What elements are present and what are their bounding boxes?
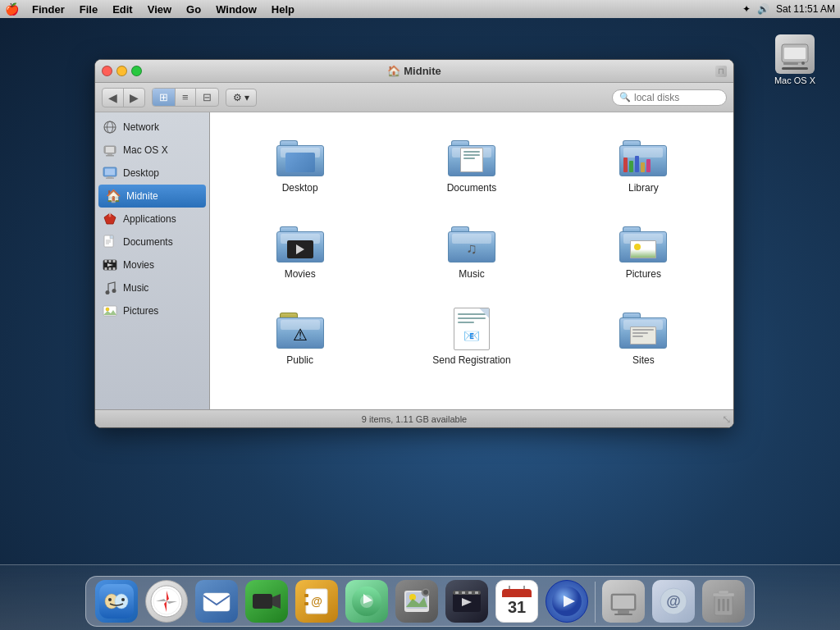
- sidebar-item-music[interactable]: Music: [95, 276, 209, 299]
- forward-button[interactable]: ▶: [123, 89, 144, 107]
- list-item[interactable]: Desktop: [226, 129, 373, 199]
- search-box[interactable]: 🔍: [612, 89, 727, 106]
- dock-item-system[interactable]: [600, 580, 647, 623]
- dock-item-facetime[interactable]: [243, 580, 290, 623]
- dock-item-mail[interactable]: [193, 580, 240, 623]
- file-label: Public: [286, 354, 313, 366]
- list-item[interactable]: ♫ Music: [398, 215, 545, 285]
- file-label: Documents: [447, 182, 497, 194]
- sidebar-label-movies: Movies: [123, 259, 154, 271]
- itunes-icon: [345, 580, 388, 623]
- action-button[interactable]: ⚙ ▾: [226, 89, 257, 107]
- dock-inner: @: [85, 576, 755, 627]
- window-title: 🏠 Midnite: [387, 65, 441, 77]
- svg-rect-85: [723, 599, 725, 611]
- menu-go[interactable]: Go: [180, 2, 208, 17]
- music-icon: [102, 280, 118, 296]
- menu-help[interactable]: Help: [265, 2, 301, 17]
- iphoto-icon: [395, 580, 438, 623]
- volume-icon: 🔊: [757, 3, 769, 15]
- sidebar-item-pictures[interactable]: Pictures: [95, 299, 209, 322]
- view-icon-button[interactable]: ⊞: [153, 89, 176, 106]
- desktop-folder-icon: [276, 134, 325, 179]
- menu-window[interactable]: Window: [209, 2, 263, 17]
- list-item[interactable]: 📧 Send Registration: [398, 301, 545, 371]
- svg-rect-88: [719, 591, 728, 594]
- back-button[interactable]: ◀: [103, 89, 123, 107]
- public-folder-icon: ⚠: [276, 306, 325, 351]
- dock-item-itunes[interactable]: [343, 580, 390, 623]
- svg-rect-48: [253, 594, 272, 609]
- desktop: Mac OS X 🏠 Midnite ⊓ ◀ ▶ ⊞ ≡: [0, 18, 840, 630]
- midnite-icon: 🏠: [105, 188, 121, 204]
- list-item[interactable]: Movies: [226, 215, 373, 285]
- movies-folder-icon: [276, 220, 325, 265]
- finder-window: 🏠 Midnite ⊓ ◀ ▶ ⊞ ≡ ⊟ ⚙ ▾ 🔍: [94, 59, 734, 428]
- svg-rect-78: [613, 596, 634, 609]
- dock-item-quicktime[interactable]: [543, 580, 591, 623]
- sidebar-item-documents[interactable]: Documents: [95, 231, 209, 253]
- minimize-button[interactable]: [116, 66, 127, 76]
- menu-view[interactable]: View: [141, 2, 178, 17]
- list-item[interactable]: Documents: [398, 129, 545, 199]
- menu-finder[interactable]: Finder: [25, 2, 71, 17]
- svg-point-31: [106, 290, 110, 294]
- dock-item-addressbook[interactable]: @: [293, 580, 340, 623]
- svg-rect-47: [203, 593, 230, 611]
- menu-edit[interactable]: Edit: [106, 2, 139, 17]
- nav-buttons: ◀ ▶: [102, 88, 145, 107]
- dock-item-ical[interactable]: 31: [493, 580, 541, 623]
- resize-button[interactable]: ⊓: [715, 66, 727, 77]
- svg-point-17: [109, 215, 112, 217]
- list-item[interactable]: ⚠ Public: [226, 301, 373, 371]
- list-item[interactable]: Sites: [570, 301, 717, 371]
- file-label: Send Registration: [432, 354, 510, 366]
- file-label: Sites: [632, 354, 655, 366]
- svg-rect-25: [109, 260, 112, 262]
- sidebar-item-midnite[interactable]: 🏠 Midnite: [98, 185, 206, 208]
- search-input[interactable]: [634, 92, 719, 103]
- dock-item-mailcom[interactable]: @: [650, 580, 697, 623]
- pictures-icon: [102, 303, 118, 319]
- close-button[interactable]: [102, 66, 112, 76]
- view-column-button[interactable]: ⊟: [196, 89, 218, 106]
- window-title-text: Midnite: [404, 65, 441, 77]
- svg-text:@: @: [311, 595, 322, 608]
- file-label: Movies: [285, 268, 316, 280]
- facetime-icon: [245, 580, 288, 623]
- sidebar-item-desktop[interactable]: Desktop: [95, 162, 209, 185]
- svg-rect-67: [475, 591, 478, 594]
- svg-marker-49: [272, 594, 281, 609]
- movies-icon: [102, 257, 118, 273]
- maximize-button[interactable]: [131, 66, 142, 76]
- documents-folder-icon: [447, 134, 496, 179]
- sidebar-label-music: Music: [123, 282, 148, 294]
- resize-grip[interactable]: ⤡: [722, 413, 732, 426]
- svg-rect-86: [727, 599, 729, 611]
- dock-item-finder[interactable]: [93, 580, 140, 623]
- content-area: Network Mac OS X: [95, 112, 733, 409]
- apple-menu[interactable]: 🍎: [5, 2, 19, 16]
- window-icon: 🏠: [387, 65, 400, 77]
- menu-file[interactable]: File: [73, 2, 104, 17]
- hd-desktop-icon[interactable]: Mac OS X: [766, 34, 824, 85]
- dock-item-iphoto[interactable]: [393, 580, 441, 623]
- svg-marker-19: [110, 235, 113, 239]
- list-item[interactable]: Pictures: [570, 215, 717, 285]
- svg-rect-64: [455, 591, 459, 594]
- sidebar-item-movies[interactable]: Movies: [95, 253, 209, 276]
- view-list-button[interactable]: ≡: [176, 89, 196, 106]
- sidebar-item-applications[interactable]: Applications: [95, 208, 209, 231]
- sidebar-label-network: Network: [123, 121, 159, 133]
- list-item[interactable]: Library: [570, 129, 717, 199]
- sidebar-item-macosx[interactable]: Mac OS X: [95, 139, 209, 162]
- svg-point-32: [112, 289, 116, 293]
- svg-rect-79: [618, 610, 629, 614]
- svg-rect-65: [462, 591, 465, 594]
- statusbar: 9 items, 1.11 GB available ⤡: [95, 409, 733, 427]
- dock-item-imovie[interactable]: [443, 580, 491, 623]
- sidebar-item-network[interactable]: Network: [95, 116, 209, 139]
- dock-item-trash[interactable]: [700, 580, 747, 623]
- dock-item-safari[interactable]: [143, 580, 190, 623]
- finder-icon: [95, 580, 138, 623]
